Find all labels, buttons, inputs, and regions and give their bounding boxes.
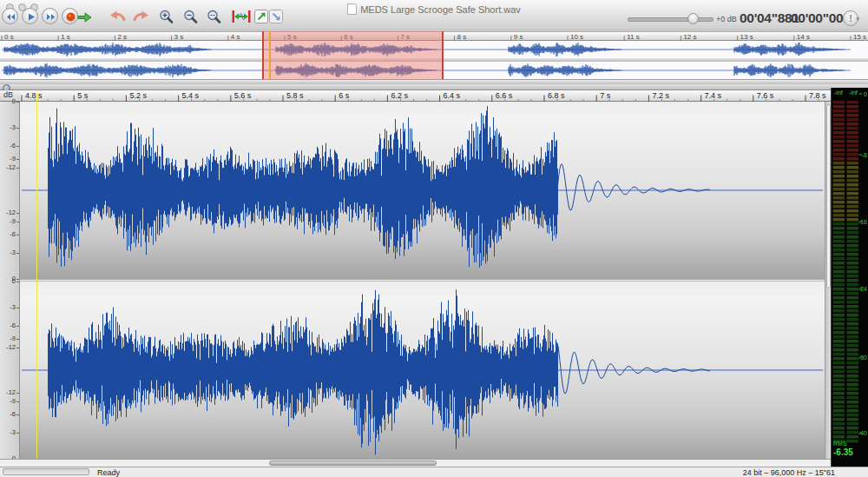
zoom-in-button[interactable] xyxy=(158,9,175,30)
fit-selection-button[interactable] xyxy=(231,9,252,28)
main-ruler-label: 7.8 s xyxy=(809,91,826,100)
title-bar: MEDS Large Scrooge Safe Short.wav xyxy=(0,0,868,30)
audio-editor-window: MEDS Large Scrooge Safe Short.wav xyxy=(0,0,868,477)
go-button[interactable] xyxy=(76,10,93,28)
rewind-button[interactable] xyxy=(2,8,18,24)
level-meter-panel: -inf -inf RMS -6.35 0-8-16-24-30-40 xyxy=(831,88,868,467)
main-view-strip xyxy=(0,84,868,90)
main-ruler[interactable]: 4.8 s5 s5.2 s5.4 s5.6 s5.8 s6 s6.2 s6.4 … xyxy=(20,90,831,102)
chevron-down-icon: ▾ xyxy=(856,12,859,26)
main-ruler-label: 6 s xyxy=(339,91,349,100)
undo-icon xyxy=(109,10,128,24)
db-scale-label: -6 xyxy=(2,231,16,238)
scale-up-icon xyxy=(254,10,268,23)
main-ruler-label: 7.4 s xyxy=(705,91,722,100)
main-ruler-label: 7 s xyxy=(600,91,610,100)
warning-button[interactable]: !▾ xyxy=(843,10,858,26)
waveform-channel-2[interactable] xyxy=(20,282,825,459)
overview-strip: 0 s1 s2 s3 s4 s5 s6 s7 s8 s9 s10 s11 s12… xyxy=(0,29,868,84)
db-scale-label: 0 xyxy=(2,278,16,285)
db-scale-tick xyxy=(16,433,19,434)
meter-led-columns xyxy=(832,88,868,467)
main-ruler-label: 5.6 s xyxy=(234,91,252,100)
db-scale-label: -6 xyxy=(2,322,16,329)
db-scale-label: -9 xyxy=(2,156,16,162)
fast-forward-icon xyxy=(43,9,59,25)
status-text: Ready xyxy=(97,468,120,477)
scale-down-button[interactable] xyxy=(269,10,283,27)
db-scale-label: -9 xyxy=(2,398,16,405)
overview-ruler-label: 10 s xyxy=(570,33,583,41)
overview-playhead xyxy=(269,31,271,79)
zoom-out-button[interactable] xyxy=(182,9,200,30)
main-ruler-label: 5.4 s xyxy=(182,91,200,100)
main-ruler-label: 5 s xyxy=(77,91,88,100)
overview-ruler-label: 13 s xyxy=(740,33,753,41)
horizontal-scrollbar[interactable] xyxy=(0,459,831,467)
db-scale-label: -12 xyxy=(2,209,16,216)
redo-button[interactable] xyxy=(130,10,149,28)
fit-selection-icon xyxy=(231,9,252,24)
db-scale-tick xyxy=(16,279,19,280)
main-ruler-label: 7.6 s xyxy=(757,91,774,100)
db-scale-label: -12 xyxy=(2,344,16,351)
main-ruler-label: 6.8 s xyxy=(548,91,565,100)
db-scale-tick xyxy=(16,348,19,348)
rms-value: -6.35 xyxy=(833,447,853,457)
format-info: 24 bit – 96,000 Hz – 15"61 xyxy=(743,468,835,477)
db-scale-label: -6 xyxy=(2,142,16,149)
db-scale-label: -6 xyxy=(2,411,16,418)
fast-forward-button[interactable] xyxy=(42,8,58,24)
zoom-fit-button[interactable] xyxy=(206,9,223,30)
gain-slider[interactable] xyxy=(628,17,713,22)
main-ruler-label: 5.2 s xyxy=(129,91,147,100)
vertical-scrollbar[interactable] xyxy=(825,102,831,459)
main-ruler-label: 6.6 s xyxy=(496,91,513,100)
db-scale-label: -12 xyxy=(2,389,16,396)
db-scale-tick xyxy=(16,401,19,402)
meter-scale-label: -24 xyxy=(858,286,867,292)
meter-scale-label: -40 xyxy=(858,430,867,436)
gain-label: +0 dB xyxy=(716,15,737,23)
db-scale-tick xyxy=(16,414,19,415)
db-scale-label: -3 xyxy=(2,304,16,311)
scale-down-icon xyxy=(269,10,283,23)
overview-ruler-label: 12 s xyxy=(683,33,696,41)
warning-label: ! xyxy=(849,13,852,23)
waveform-channel-1[interactable] xyxy=(20,102,825,279)
document-icon xyxy=(347,3,357,15)
rms-label: RMS xyxy=(833,441,847,447)
overview-ruler-label: 3 s xyxy=(174,33,184,41)
db-scale-tick xyxy=(16,339,19,340)
overview-ruler-label: 1 s xyxy=(61,33,70,41)
db-scale-tick xyxy=(16,146,19,147)
vertical-scrollbar-thumb[interactable] xyxy=(826,104,831,288)
main-ruler-label: 5.8 s xyxy=(286,91,304,100)
play-button[interactable] xyxy=(22,8,38,24)
overview-ruler-label: 2 s xyxy=(117,33,127,41)
status-bar: Ready 24 bit – 96,000 Hz – 15"61 xyxy=(0,467,868,477)
scale-up-button[interactable] xyxy=(254,10,268,27)
undo-button[interactable] xyxy=(109,10,128,28)
zoom-fit-icon xyxy=(206,9,223,26)
horizontal-scrollbar-thumb[interactable] xyxy=(269,460,437,466)
db-scale-label: -12 xyxy=(2,164,16,171)
overview-ruler-label: 8 s xyxy=(457,33,467,41)
play-icon xyxy=(23,9,39,25)
db-scale-tick xyxy=(16,253,19,254)
overview-selection[interactable] xyxy=(262,31,444,79)
main-ruler-label: 4.8 s xyxy=(25,91,43,100)
zoom-in-icon xyxy=(158,9,175,26)
db-scale-label: -3 xyxy=(2,429,16,436)
db-scale-label: -9 xyxy=(2,218,16,225)
main-playhead xyxy=(36,93,37,459)
db-scale-tick xyxy=(16,168,19,169)
gain-slider-knob[interactable] xyxy=(687,13,699,24)
meter-scale-label: 0 xyxy=(864,91,867,97)
meter-scale-label: -8 xyxy=(862,152,867,158)
overview-ruler-label: 0 s xyxy=(4,33,14,41)
db-scale-tick xyxy=(16,235,19,235)
waveform-right xyxy=(20,282,825,459)
overview-ruler-label: 9 s xyxy=(514,33,523,41)
db-scale-tick xyxy=(16,282,19,282)
